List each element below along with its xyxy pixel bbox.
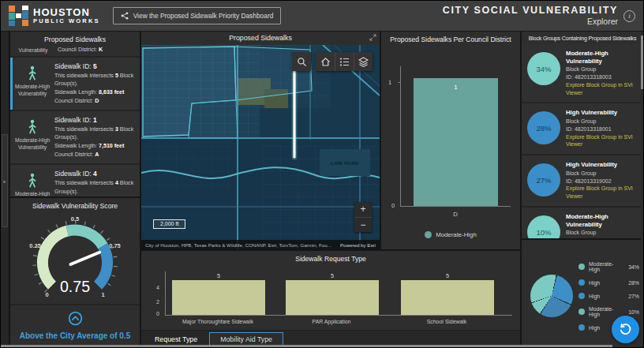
item-details: Sidewalk ID: 5 This sidewalk intersects … <box>52 62 137 105</box>
tab-mobility-aid-type[interactable]: Mobility Aid Type <box>209 332 283 346</box>
item-length: Sidewalk Length: 4,554 feet <box>54 196 137 196</box>
legend-label: High <box>589 280 624 286</box>
pedestrian-icon <box>26 173 39 189</box>
item-vulnerability-label: Moderate-High Vulnerability <box>13 137 52 151</box>
sidewalk-id-value: 5 <box>93 62 97 70</box>
gauge-annotation: Above the City Average of 0.5 <box>13 331 137 340</box>
powered-by-esri: Powered by Esri <box>335 242 376 248</box>
refresh-button[interactable] <box>612 316 639 343</box>
sidewalk-id-label: Sidewalk ID: <box>54 62 92 70</box>
map-tool-group <box>316 52 373 71</box>
legend-dot-blue <box>578 293 585 299</box>
zoom-out-button[interactable]: − <box>354 217 372 232</box>
expand-icon[interactable] <box>369 34 376 41</box>
svi-viewer-link[interactable]: Explore Block Group in SVI Viewer <box>566 133 639 149</box>
gauge-title: Sidewalk Vulnerability Score <box>31 198 119 212</box>
view-priority-dashboard-button[interactable]: View the Proposed Sidewalk Priority Dash… <box>113 7 282 24</box>
map-canvas[interactable]: LAW PARK <box>141 45 380 249</box>
logo-line2: PUBLIC WORKS <box>33 18 100 24</box>
pct-badge: 28% <box>527 111 560 144</box>
legend-pct: 27% <box>628 294 639 299</box>
gauge-value: 0.75 <box>60 278 90 295</box>
item-district: Council District: D <box>54 97 137 106</box>
map-panel: Proposed Sidewalks <box>141 32 380 249</box>
gauge-chart: 0 0.25 0.5 0.75 1 0.75 <box>16 214 134 304</box>
req-ytick-4: 4 <box>156 285 159 290</box>
map-zoom-control: + − <box>354 202 372 232</box>
request-type-chart-panel: Sidewalk Request Type 4 2 0 5 5 5 <box>141 251 520 347</box>
svi-viewer-link[interactable]: Explore Block Group in SVI Viewer <box>566 185 639 200</box>
list-item-sidewalk-1[interactable]: Moderate-High Vulnerability Sidewalk ID:… <box>10 111 140 165</box>
header: HOUSTON PUBLIC WORKS View the Proposed S… <box>1 1 643 32</box>
block-group-info: High Vulnerability Block Group ID: 48201… <box>566 109 639 148</box>
gauge-tick-1: 1 <box>101 291 104 298</box>
req-ytick-0: 0 <box>156 311 159 316</box>
svi-viewer-link[interactable]: Explore Block Group in SVI Viewer <box>566 81 639 97</box>
xlabel-par-application: PAR Application <box>276 319 387 324</box>
park-label: LAW PARK <box>331 160 359 166</box>
pedestrian-icon <box>26 119 39 136</box>
gauge-tick-025: 0.25 <box>29 242 41 249</box>
zoom-in-button[interactable]: + <box>354 202 372 217</box>
list-title: Proposed Sidewalks <box>10 32 140 46</box>
title-block: CITY SOCIAL VULNERABILITY Explorer <box>443 5 618 28</box>
block-group-id: ID: 482013318003 <box>566 73 639 81</box>
legend-label: Moderate-High <box>589 261 624 272</box>
search-button[interactable] <box>292 52 311 71</box>
legend-button[interactable] <box>335 52 354 71</box>
left-column: Proposed Sidewalks Vulnerability Council… <box>10 32 140 347</box>
vertical-scrollbar <box>641 32 643 344</box>
block-group-item-319002[interactable]: 27% High Vulnerability Block Group ID: 4… <box>522 155 643 208</box>
legend-pct: 34% <box>628 264 639 270</box>
council-chart-title: Proposed Sidewalks Per Council District <box>381 32 520 46</box>
block-groups-panel: Block Groups Containing Proposed Sidewal… <box>522 32 643 238</box>
chevron-right-icon: ▸ <box>3 178 6 184</box>
legend-label: Moderate-High <box>589 306 624 317</box>
houston-logo: HOUSTON PUBLIC WORKS <box>9 6 100 26</box>
item-vulnerability-block: Moderate-High Vulnerability <box>13 169 52 196</box>
item-vulnerability-label: Moderate-High Vulnerability <box>13 191 52 196</box>
vertical-scrollbar-thumb[interactable] <box>641 36 643 89</box>
council-bar-value: 1 <box>414 78 498 91</box>
page-title: CITY SOCIAL VULNERABILITY <box>443 5 618 17</box>
block-group-label: Block Group <box>566 229 639 237</box>
block-group-item-318003[interactable]: 34% Moderate-High Vulnerability Block Gr… <box>522 44 643 103</box>
item-intersects: This sidewalk intersects 5 Block Group(s… <box>54 72 137 88</box>
list-item-sidewalk-4[interactable]: Moderate-High Vulnerability Sidewalk ID:… <box>10 165 140 196</box>
home-button[interactable] <box>316 52 335 71</box>
council-chart-plot: 1 0 1 <box>400 66 511 207</box>
map-title: Proposed Sidewalks <box>229 34 292 42</box>
block-group-id: ID: 482013319002 <box>566 178 639 185</box>
list-item-sidewalk-5[interactable]: Moderate-High Vulnerability Sidewalk ID:… <box>10 58 140 111</box>
item-vulnerability-label: Moderate-High Vulnerability <box>13 84 52 97</box>
block-group-item-319003[interactable]: 10% Moderate-High Vulnerability Block Gr… <box>522 208 643 238</box>
council-ytick-0: 0 <box>391 202 395 209</box>
layers-button[interactable] <box>354 52 373 71</box>
home-icon <box>320 57 331 67</box>
council-district-chart-panel: Proposed Sidewalks Per Council District … <box>381 32 520 249</box>
item-district: Council District: A <box>54 151 137 159</box>
council-bar-D: 1 <box>414 78 498 206</box>
pct-badge: 27% <box>527 163 560 196</box>
gauge-tick-075: 0.75 <box>109 242 121 249</box>
main-area: ▸ Proposed Sidewalks Vulnerability Counc… <box>1 32 643 347</box>
bar-par-application: 5 <box>286 280 379 315</box>
info-icon[interactable]: i <box>623 10 635 22</box>
item-vulnerability-block: Moderate-High Vulnerability <box>13 62 52 105</box>
block-group-item-318001[interactable]: 28% High Vulnerability Block Group ID: 4… <box>522 103 643 155</box>
block-group-label: Block Group <box>566 170 639 178</box>
refresh-icon <box>619 323 632 336</box>
item-intersects: This sidewalk intersects 4 Block Group(s… <box>54 179 137 196</box>
gauge-tick-05: 0.5 <box>71 215 79 223</box>
block-group-label: Block Group <box>566 118 639 125</box>
item-vulnerability-block: Moderate-High Vulnerability <box>13 115 52 159</box>
list-item-partial-top[interactable]: Vulnerability Council District: K <box>10 46 140 58</box>
legend-pct: 10% <box>628 309 639 315</box>
panel-expand-handle[interactable]: ▸ <box>2 134 8 227</box>
share-icon <box>121 12 129 20</box>
horizontal-scrollbar-thumb[interactable] <box>1 345 612 347</box>
pie-legend-row: Moderate-High 10% <box>578 306 639 317</box>
legend-pct: 28% <box>628 280 639 286</box>
block-group-id: ID: 482013318001 <box>566 125 639 133</box>
logo-line1: HOUSTON <box>33 7 100 18</box>
